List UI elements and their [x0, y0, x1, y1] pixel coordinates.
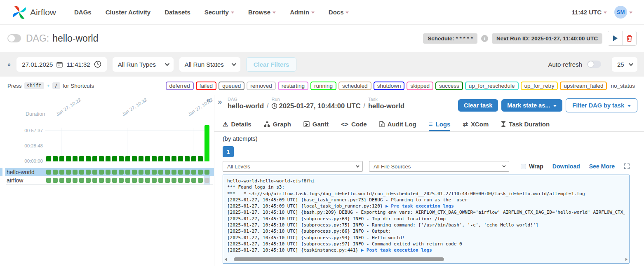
grid-cell-success[interactable]	[152, 170, 157, 175]
grid-cell-success[interactable]	[139, 170, 143, 175]
tab-xcom[interactable]: ⇄XCom	[463, 117, 489, 131]
filter-dag-by-task-button[interactable]: Filter DAG by task	[566, 98, 637, 112]
grid-cell-success[interactable]	[158, 170, 163, 175]
grid-cell-success[interactable]	[185, 170, 190, 175]
grid-cell-success[interactable]	[79, 170, 84, 175]
bc-task-value[interactable]: hello-world	[368, 102, 404, 110]
duration-bar[interactable]	[92, 156, 97, 161]
duration-bar[interactable]	[165, 156, 170, 161]
duration-bar[interactable]	[178, 156, 183, 161]
clock-menu[interactable]: 11:42 UTC	[571, 9, 607, 16]
airflow-logo[interactable]: Airflow	[12, 5, 56, 20]
fullscreen-icon[interactable]	[624, 163, 630, 169]
scroll-right-icon[interactable]	[625, 258, 628, 261]
mark-state-button[interactable]: Mark state as...	[501, 99, 562, 112]
duration-bar[interactable]	[158, 156, 163, 161]
grid-cell-success[interactable]	[99, 178, 104, 183]
duration-bar[interactable]	[46, 156, 51, 161]
grid-cell-success[interactable]	[46, 170, 51, 175]
bc-dag-value[interactable]: hello-world	[228, 102, 264, 110]
horizontal-scrollbar[interactable]	[228, 257, 624, 261]
grid-cell-success[interactable]	[53, 178, 58, 183]
grid-cell-success[interactable]	[191, 170, 196, 175]
duration-bar[interactable]	[79, 156, 84, 161]
task-label[interactable]: hello-world	[5, 169, 45, 175]
nav-item-docs[interactable]: Docs	[329, 9, 349, 16]
tab-audit-log[interactable]: Audit Log	[379, 117, 416, 131]
grid-cell-success[interactable]	[152, 178, 157, 183]
nav-item-admin[interactable]: Admin	[290, 9, 315, 16]
duration-bar[interactable]	[106, 156, 110, 161]
duration-bar[interactable]	[125, 156, 130, 161]
duration-bar[interactable]	[139, 156, 143, 161]
log-group-link[interactable]: ▶ Post task execution logs	[361, 247, 432, 252]
grid-cell-success[interactable]	[132, 178, 137, 183]
run-states-select[interactable]: All Run States	[179, 57, 240, 72]
grid-cell-success[interactable]	[145, 170, 150, 175]
duration-bar[interactable]	[59, 156, 64, 161]
duration-bar[interactable]	[152, 156, 157, 161]
bc-run-value[interactable]: 2025-01-27, 10:44:00 UTC	[271, 102, 360, 110]
grid-cell-success[interactable]	[59, 170, 64, 175]
task-row-hello-world[interactable]: hello-world	[5, 168, 214, 176]
duration-bar[interactable]	[66, 156, 71, 161]
wrap-option[interactable]: Wrap	[521, 163, 543, 170]
collapse-filters-icon[interactable]: «	[6, 63, 13, 65]
grid-cell-success[interactable]	[73, 170, 78, 175]
grid-cell-success[interactable]	[59, 178, 64, 183]
duration-bar[interactable]	[53, 156, 58, 161]
grid-cell-success[interactable]	[172, 178, 176, 183]
duration-bar[interactable]	[191, 156, 196, 161]
grid-cell-success[interactable]	[158, 178, 163, 183]
duration-bar[interactable]	[112, 156, 117, 161]
duration-bar[interactable]	[145, 156, 150, 161]
run-types-select[interactable]: All Run Types	[113, 57, 174, 72]
info-icon[interactable]	[481, 35, 488, 42]
tab-details[interactable]: ⚠Details	[223, 117, 251, 131]
trigger-dag-button[interactable]	[608, 31, 622, 45]
duration-bar[interactable]	[86, 156, 91, 161]
nav-item-browse[interactable]: Browse	[248, 9, 276, 16]
grid-cell-no_status[interactable]	[204, 178, 209, 183]
grid-cell-success[interactable]	[178, 178, 183, 183]
attempt-1-button[interactable]: 1	[223, 146, 234, 157]
grid-cell-success[interactable]	[204, 170, 209, 175]
duration-bar[interactable]	[73, 156, 78, 161]
grid-cell-success[interactable]	[132, 170, 137, 175]
grid-cell-success[interactable]	[106, 170, 110, 175]
nav-item-datasets[interactable]: Datasets	[165, 9, 190, 16]
grid-cell-success[interactable]	[53, 170, 58, 175]
nav-item-security[interactable]: Security	[204, 9, 234, 16]
file-sources-select[interactable]: All File Sources	[369, 161, 509, 172]
date-time-input[interactable]: 27.01.2025 11:41:32	[16, 57, 106, 72]
grid-cell-success[interactable]	[66, 170, 71, 175]
page-size-select[interactable]: 25	[612, 57, 637, 72]
grid-cell-success[interactable]	[198, 170, 203, 175]
grid-cell-success[interactable]	[66, 178, 71, 183]
grid-cell-success[interactable]	[139, 178, 143, 183]
grid-cell-success[interactable]	[198, 178, 203, 183]
grid-cell-success[interactable]	[92, 170, 97, 175]
grid-cell-success[interactable]	[99, 170, 104, 175]
grid-cell-success[interactable]	[125, 178, 130, 183]
delete-dag-button[interactable]	[622, 31, 636, 45]
duration-bar[interactable]	[185, 156, 190, 161]
user-menu[interactable]: SM	[614, 6, 632, 19]
task-label[interactable]: airflow	[5, 177, 45, 184]
see-more-link[interactable]: See More	[589, 163, 615, 170]
expand-panel-icon[interactable]: »	[218, 97, 222, 106]
clear-filters-button[interactable]: Clear Filters	[246, 57, 297, 72]
nav-item-dags[interactable]: DAGs	[74, 9, 92, 16]
grid-cell-success[interactable]	[92, 178, 97, 183]
grid-cell-success[interactable]	[106, 178, 110, 183]
download-link[interactable]: Download	[552, 163, 580, 170]
duration-bar[interactable]	[172, 156, 176, 161]
wrap-checkbox[interactable]	[521, 164, 526, 169]
tab-code[interactable]: <>Code	[341, 117, 367, 131]
nav-item-cluster-activity[interactable]: Cluster Activity	[106, 9, 150, 16]
clear-task-button[interactable]: Clear task	[458, 99, 498, 112]
grid-cell-success[interactable]	[178, 170, 183, 175]
tab-graph[interactable]: Graph	[264, 117, 291, 131]
grid-cell-success[interactable]	[79, 178, 84, 183]
grid-cell-success[interactable]	[86, 170, 91, 175]
